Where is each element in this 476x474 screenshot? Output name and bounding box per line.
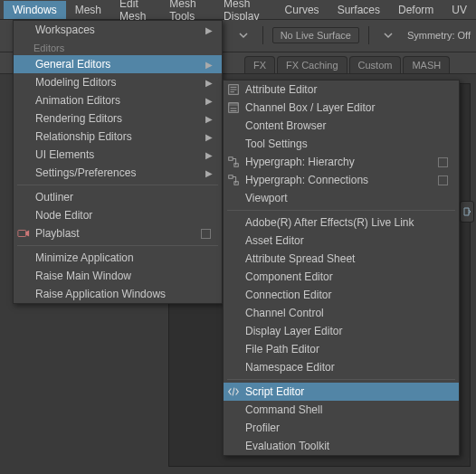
menu-item-namespace-editor[interactable]: Namespace Editor (224, 358, 459, 376)
shelf-tab-fx[interactable]: FX (244, 56, 275, 73)
menu-item-label: Animation Editors (33, 94, 205, 107)
menu-item-label: Node Editor (33, 209, 214, 222)
hypergraph-icon (224, 174, 243, 186)
hypergraph-icon (224, 156, 243, 168)
menu-item-label: Modeling Editors (33, 76, 205, 89)
menu-item-label: Workspaces (33, 24, 205, 36)
shelf-tab-custom[interactable]: Custom (349, 56, 402, 73)
submenu-arrow-icon: ▶ (205, 150, 213, 160)
menu-item-general-editors[interactable]: General Editors▶ (14, 55, 222, 73)
menu-item-label: Viewport (243, 192, 452, 204)
chevron-down-icon[interactable] (378, 25, 398, 45)
submenu-arrow-icon: ▶ (205, 78, 213, 88)
shelf-tab-mash[interactable]: MASH (403, 56, 450, 73)
menu-item-hypergraph-connections[interactable]: Hypergraph: Connections (224, 171, 459, 189)
menu-item-label: Evaluation Toolkit (243, 440, 452, 452)
attr-editor-icon (224, 83, 243, 96)
menu-item-content-browser[interactable]: Content Browser (224, 117, 459, 135)
menu-item-label: Content Browser (243, 119, 452, 132)
menu-item-label: Attribute Spread Sheet (243, 252, 452, 265)
menu-item-channel-control[interactable]: Channel Control (224, 304, 459, 322)
option-box-icon[interactable] (438, 175, 448, 185)
menu-item-evaluation-toolkit[interactable]: Evaluation Toolkit (224, 437, 459, 455)
option-box-icon[interactable] (438, 157, 448, 167)
menu-item-outliner[interactable]: Outliner (14, 188, 222, 206)
menu-item-label: Rendering Editors (33, 112, 205, 125)
menubar-item-windows[interactable]: Windows (4, 1, 66, 19)
menu-item-attribute-editor[interactable]: Attribute Editor (224, 81, 459, 99)
menu-item-label: Channel Box / Layer Editor (243, 101, 452, 114)
submenu-arrow-icon: ▶ (205, 96, 213, 106)
menu-item-label: Raise Main Window (33, 270, 214, 282)
menu-item-label: Profiler (243, 422, 452, 434)
menu-item-label: Adobe(R) After Effects(R) Live Link (243, 216, 452, 229)
menu-item-raise-application-windows[interactable]: Raise Application Windows (14, 285, 222, 303)
menu-separator (227, 379, 455, 380)
menu-item-label: Component Editor (243, 270, 452, 283)
menu-item-profiler[interactable]: Profiler (224, 419, 459, 437)
menubar-item-curves[interactable]: Curves (276, 1, 328, 19)
svg-rect-1 (18, 231, 26, 237)
menu-item-label: Connection Editor (243, 289, 452, 301)
menu-item-label: Script Editor (243, 385, 452, 398)
menu-item-animation-editors[interactable]: Animation Editors▶ (14, 91, 222, 109)
menu-item-label: Outliner (33, 191, 214, 204)
menu-item-workspaces[interactable]: Workspaces ▶ (14, 21, 222, 39)
menu-item-tool-settings[interactable]: Tool Settings (224, 135, 459, 153)
svg-rect-7 (229, 175, 233, 179)
menu-item-label: Settings/Preferences (33, 166, 205, 179)
windows-menu: Workspaces ▶ Editors General Editors▶Mod… (13, 20, 223, 304)
menu-item-label: Display Layer Editor (243, 325, 452, 337)
chevron-down-icon[interactable] (233, 25, 253, 45)
menu-separator (17, 185, 218, 185)
menu-item-viewport[interactable]: Viewport (224, 189, 459, 207)
menu-item-playblast[interactable]: Playblast (14, 224, 222, 242)
menu-item-label: Playblast (33, 227, 201, 240)
menubar: WindowsMeshEdit MeshMesh ToolsMesh Displ… (0, 0, 476, 20)
menu-item-label: Minimize Application (33, 251, 214, 264)
menubar-item-mesh[interactable]: Mesh (66, 1, 110, 19)
menubar-item-surfaces[interactable]: Surfaces (328, 1, 389, 19)
menu-item-hypergraph-hierarchy[interactable]: Hypergraph: Hierarchy (224, 153, 459, 171)
menu-item-script-editor[interactable]: Script Editor (224, 383, 459, 401)
menu-item-label: Hypergraph: Connections (243, 174, 438, 186)
shelf-tab-fx-caching[interactable]: FX Caching (277, 56, 347, 73)
menu-item-minimize-application[interactable]: Minimize Application (14, 249, 222, 267)
menu-separator (17, 245, 218, 246)
symmetry-label[interactable]: Symmetry: Off (407, 30, 471, 41)
menu-item-modeling-editors[interactable]: Modeling Editors▶ (14, 73, 222, 91)
menu-item-label: Namespace Editor (243, 361, 452, 374)
channel-box-icon (224, 101, 243, 114)
menu-item-display-layer-editor[interactable]: Display Layer Editor (224, 322, 459, 340)
menu-item-relationship-editors[interactable]: Relationship Editors▶ (14, 128, 222, 146)
menu-item-adobe-r-after-effects-r-live-link[interactable]: Adobe(R) After Effects(R) Live Link (224, 213, 459, 232)
menu-item-settings-preferences[interactable]: Settings/Preferences▶ (14, 164, 222, 182)
menu-separator (227, 210, 455, 211)
menu-item-node-editor[interactable]: Node Editor (14, 206, 222, 224)
menu-item-file-path-editor[interactable]: File Path Editor (224, 340, 459, 358)
submenu-arrow-icon: ▶ (205, 60, 213, 70)
menu-item-attribute-spread-sheet[interactable]: Attribute Spread Sheet (224, 250, 459, 268)
menu-item-label: General Editors (33, 58, 205, 71)
svg-rect-4 (229, 103, 239, 107)
option-box-icon[interactable] (201, 229, 211, 239)
menu-item-asset-editor[interactable]: Asset Editor (224, 232, 459, 250)
submenu-arrow-icon: ▶ (205, 132, 213, 142)
menu-item-rendering-editors[interactable]: Rendering Editors▶ (14, 109, 222, 128)
menu-item-channel-box-layer-editor[interactable]: Channel Box / Layer Editor (224, 99, 459, 117)
menu-item-ui-elements[interactable]: UI Elements▶ (14, 146, 222, 164)
menu-item-command-shell[interactable]: Command Shell (224, 401, 459, 419)
svg-rect-5 (229, 157, 233, 161)
live-surface-field[interactable]: No Live Surface (272, 27, 359, 43)
menu-item-connection-editor[interactable]: Connection Editor (224, 286, 459, 304)
menu-item-raise-main-window[interactable]: Raise Main Window (14, 267, 222, 285)
menu-section-label: Editors (14, 39, 222, 55)
menu-item-label: Command Shell (243, 403, 452, 416)
side-toggle-icon[interactable] (460, 201, 474, 223)
menu-item-label: Tool Settings (243, 137, 452, 150)
menubar-item-uv[interactable]: UV (443, 1, 476, 19)
menu-item-label: Hypergraph: Hierarchy (243, 156, 438, 168)
menu-item-label: Raise Application Windows (33, 288, 214, 300)
menu-item-component-editor[interactable]: Component Editor (224, 268, 459, 286)
menubar-item-deform[interactable]: Deform (389, 1, 443, 19)
